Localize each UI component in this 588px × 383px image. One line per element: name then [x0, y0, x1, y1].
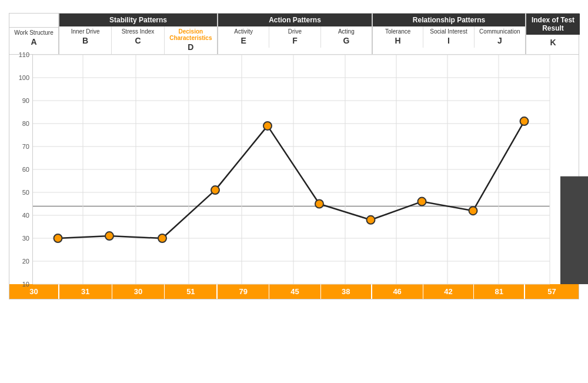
col-header-d: Decision Characteristics D — [165, 26, 217, 54]
col-sublabel-h: Tolerance — [374, 28, 422, 35]
col-letter-e: E — [219, 35, 268, 48]
svg-point-32 — [105, 232, 113, 240]
group-relationship: Relationship Patterns Tolerance H Social… — [373, 14, 526, 54]
svg-point-33 — [158, 234, 166, 242]
group-a: Work Structure A — [9, 14, 59, 54]
y-label: 50 — [22, 189, 29, 196]
y-label: 30 — [22, 235, 29, 242]
col-sublabel-g: Acting — [322, 28, 370, 35]
bottom-val-c: 30 — [112, 284, 165, 299]
svg-rect-41 — [560, 176, 588, 284]
col-header-h: Tolerance H — [373, 26, 423, 48]
bottom-val-e: 79 — [218, 284, 269, 299]
col-sublabel-j: Communication — [476, 28, 524, 35]
svg-point-35 — [263, 122, 272, 130]
col-sublabel-e: Activity — [219, 28, 268, 35]
col-sublabel-b: Inner Drive — [61, 28, 110, 35]
chart-plot — [33, 55, 579, 284]
svg-point-34 — [211, 186, 219, 194]
col-header-k: K — [526, 35, 580, 49]
svg-point-38 — [418, 198, 426, 206]
col-header-f: Drive F — [269, 26, 320, 48]
chart-container: Work Structure A Stability Patterns Inne… — [9, 13, 579, 299]
bottom-val-g: 38 — [321, 284, 372, 299]
group-stability: Stability Patterns Inner Drive B Stress … — [59, 14, 218, 54]
y-label: 10 — [22, 281, 29, 288]
svg-point-39 — [469, 207, 477, 215]
bottom-val-j: 81 — [474, 284, 525, 299]
group-label-k: Index of Test Result — [526, 14, 580, 35]
bottom-val-f: 45 — [269, 284, 321, 299]
col-letter-c: C — [113, 35, 162, 48]
col-header-c: Stress Index C — [112, 26, 164, 54]
svg-point-37 — [367, 216, 375, 224]
chart-area: 110100908070605040302010 — [9, 55, 579, 284]
bottom-val-d: 51 — [165, 284, 218, 299]
chart-svg — [33, 55, 588, 284]
group-label-relationship: Relationship Patterns — [373, 14, 525, 26]
group-label-stability: Stability Patterns — [59, 14, 217, 26]
col-sublabel-c: Stress Index — [113, 28, 162, 35]
col-header-e: Activity E — [218, 26, 269, 48]
bottom-val-k: 57 — [525, 284, 579, 299]
col-letter-g: G — [322, 35, 370, 48]
y-axis: 110100908070605040302010 — [9, 55, 33, 284]
col-letter-k: K — [527, 36, 579, 49]
col-header-j: Communication J — [475, 26, 525, 48]
group-action: Action Patterns Activity E Drive F Actin… — [218, 14, 373, 54]
svg-point-36 — [315, 200, 323, 208]
y-label: 80 — [22, 120, 29, 127]
col-letter-a: A — [11, 36, 57, 49]
y-label: 20 — [22, 258, 29, 265]
y-label: 70 — [22, 143, 29, 150]
svg-point-40 — [520, 117, 529, 125]
col-header-i: Social Interest I — [423, 26, 474, 48]
col-header-b: Inner Drive B — [59, 26, 112, 54]
col-letter-i: I — [425, 35, 472, 48]
bottom-values: 30 31 30 51 79 45 38 46 42 81 57 — [9, 284, 579, 299]
bottom-val-h: 46 — [372, 284, 423, 299]
col-sublabel-i: Social Interest — [425, 28, 472, 35]
y-label: 100 — [19, 74, 29, 81]
col-letter-j: J — [476, 35, 524, 48]
col-sublabel-d: Decision Characteristics — [166, 28, 216, 41]
bottom-val-a: 30 — [9, 284, 59, 299]
col-letter-f: F — [270, 35, 319, 48]
col-header-g: Acting G — [321, 26, 372, 48]
col-header-a: Work Structure A — [9, 28, 58, 49]
y-label: 60 — [22, 166, 29, 173]
col-sublabel-f: Drive — [270, 28, 319, 35]
group-label-action: Action Patterns — [218, 14, 372, 26]
svg-line-22 — [58, 236, 110, 238]
bottom-val-i: 42 — [423, 284, 475, 299]
y-label: 90 — [22, 97, 29, 104]
col-letter-d: D — [166, 41, 216, 54]
svg-point-31 — [54, 234, 62, 242]
page: Work Structure A Stability Patterns Inne… — [0, 0, 588, 383]
col-letter-b: B — [61, 35, 110, 48]
col-headers: Work Structure A Stability Patterns Inne… — [9, 14, 579, 55]
y-label: 110 — [19, 51, 29, 58]
col-letter-h: H — [374, 35, 422, 48]
col-sublabel-a: Work Structure — [11, 29, 57, 36]
y-label: 40 — [22, 212, 29, 219]
group-k: Index of Test Result K — [526, 14, 580, 54]
bottom-val-b: 31 — [59, 284, 112, 299]
